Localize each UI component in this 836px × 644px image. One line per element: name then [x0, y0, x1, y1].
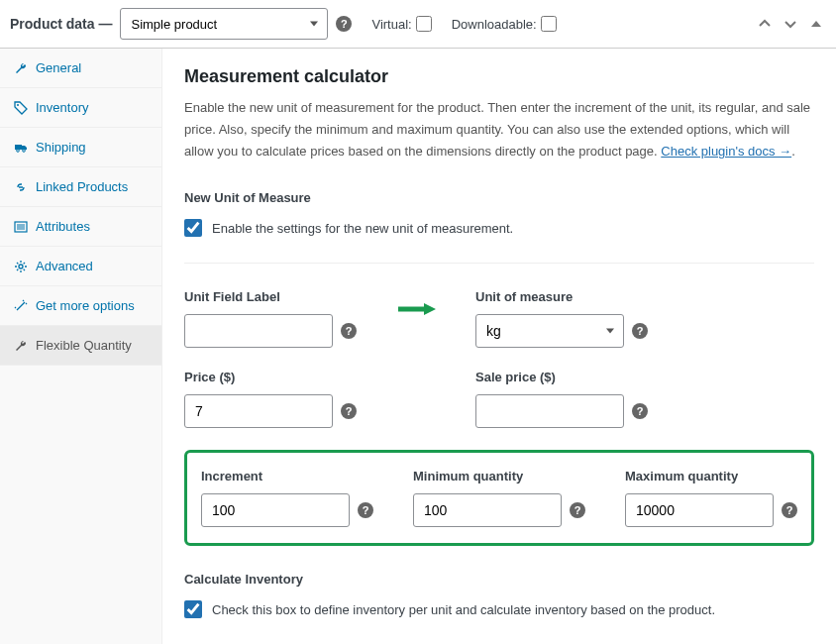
- svg-point-3: [23, 149, 26, 152]
- truck-icon: [14, 141, 28, 155]
- wrench-icon: [14, 61, 28, 75]
- section-description: Enable the new unit of measurement for t…: [184, 97, 814, 162]
- move-up-icon[interactable]: [755, 16, 775, 32]
- panel-header: Product data — Simple product ? Virtual:…: [0, 0, 836, 49]
- enable-unit-checkbox[interactable]: [184, 219, 202, 237]
- increment-input[interactable]: [201, 493, 350, 527]
- section-title: Measurement calculator: [184, 66, 814, 87]
- svg-point-8: [19, 265, 23, 268]
- sidebar-item-label: General: [36, 60, 81, 75]
- sidebar-item-label: Linked Products: [36, 179, 128, 194]
- tag-icon: [14, 101, 28, 115]
- quantity-highlight-box: Increment ? Minimum quantity ? Maximum q…: [184, 450, 814, 546]
- help-icon[interactable]: ?: [336, 16, 352, 32]
- calculate-inventory-label: Check this box to define inventory per u…: [212, 602, 715, 617]
- new-unit-heading: New Unit of Measure: [184, 190, 814, 205]
- sidebar-item-label: Inventory: [36, 100, 88, 115]
- max-quantity-input[interactable]: [625, 493, 774, 527]
- virtual-checkbox-label: Virtual:: [371, 16, 431, 32]
- help-icon[interactable]: ?: [782, 502, 797, 518]
- price-input[interactable]: [184, 394, 333, 428]
- sidebar-item-advanced[interactable]: Advanced: [0, 247, 161, 286]
- help-icon[interactable]: ?: [632, 323, 648, 339]
- panel-title: Product data —: [10, 16, 112, 32]
- link-icon: [14, 180, 28, 194]
- sidebar-item-inventory[interactable]: Inventory: [0, 88, 161, 128]
- price-label: Price ($): [184, 370, 357, 384]
- toggle-collapse-icon[interactable]: [806, 16, 826, 32]
- sidebar-item-label: Advanced: [36, 259, 93, 273]
- help-icon[interactable]: ?: [632, 403, 648, 419]
- sidebar-item-attributes[interactable]: Attributes: [0, 207, 161, 247]
- docs-link[interactable]: Check plugin's docs →: [661, 144, 791, 159]
- unit-of-measure-label: Unit of measure: [475, 289, 648, 304]
- svg-rect-1: [15, 145, 22, 150]
- panel-body: General Inventory Shipping Linked Produc…: [0, 49, 836, 644]
- sidebar-item-general[interactable]: General: [0, 49, 161, 88]
- enable-unit-label: Enable the settings for the new unit of …: [212, 221, 513, 236]
- sidebar-item-label: Flexible Quantity: [36, 338, 132, 353]
- sidebar-item-flexible-quantity[interactable]: Flexible Quantity: [0, 326, 161, 366]
- svg-point-2: [17, 149, 20, 152]
- header-controls: [755, 16, 826, 32]
- sidebar-item-shipping[interactable]: Shipping: [0, 128, 161, 167]
- sidebar-item-label: Shipping: [36, 140, 86, 155]
- unit-field-label-input[interactable]: [184, 314, 333, 348]
- calculate-inventory-row: Check this box to define inventory per u…: [184, 600, 814, 618]
- unit-of-measure-select[interactable]: kg: [475, 314, 624, 348]
- svg-point-0: [17, 104, 19, 106]
- content-area: Measurement calculator Enable the new un…: [162, 49, 836, 644]
- unit-field-label-label: Unit Field Label: [184, 289, 357, 304]
- help-icon[interactable]: ?: [570, 502, 585, 518]
- sale-price-label: Sale price ($): [475, 370, 648, 384]
- sidebar: General Inventory Shipping Linked Produc…: [0, 49, 162, 644]
- increment-label: Increment: [201, 469, 373, 483]
- sale-price-input[interactable]: [475, 394, 624, 428]
- help-icon[interactable]: ?: [358, 502, 373, 518]
- downloadable-checkbox[interactable]: [541, 16, 557, 32]
- help-icon[interactable]: ?: [341, 403, 357, 419]
- sidebar-item-get-more-options[interactable]: Get more options: [0, 286, 161, 326]
- arrow-annotation-icon: [396, 301, 436, 360]
- wand-icon: [14, 299, 28, 313]
- wrench-icon: [14, 339, 28, 353]
- product-type-select-wrap: Simple product: [120, 8, 328, 40]
- help-icon[interactable]: ?: [341, 323, 357, 339]
- divider: [184, 263, 814, 264]
- gear-icon: [14, 260, 28, 273]
- list-icon: [14, 220, 28, 234]
- move-down-icon[interactable]: [781, 16, 800, 32]
- calculate-inventory-heading: Calculate Inventory: [184, 572, 814, 587]
- sidebar-item-label: Get more options: [36, 298, 135, 313]
- max-quantity-label: Maximum quantity: [625, 469, 797, 483]
- min-quantity-label: Minimum quantity: [413, 469, 585, 483]
- virtual-checkbox[interactable]: [416, 16, 432, 32]
- downloadable-checkbox-label: Downloadable:: [452, 16, 557, 32]
- sidebar-item-linked-products[interactable]: Linked Products: [0, 167, 161, 207]
- enable-unit-row: Enable the settings for the new unit of …: [184, 219, 814, 237]
- min-quantity-input[interactable]: [413, 493, 562, 527]
- sidebar-item-label: Attributes: [36, 219, 90, 234]
- calculate-inventory-checkbox[interactable]: [184, 600, 202, 618]
- product-type-select[interactable]: Simple product: [120, 8, 328, 40]
